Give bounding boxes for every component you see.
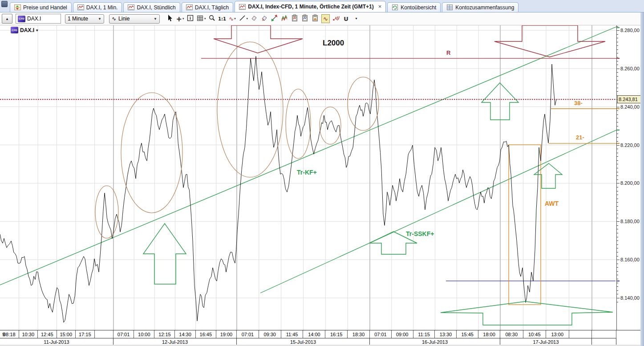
tab-dax-i-st-ndlich[interactable]: DAX.I, Stündlich	[123, 2, 180, 12]
data-box-tool[interactable]: i	[186, 14, 194, 23]
axis-tick	[617, 26, 618, 27]
time-label: 07:01	[370, 330, 392, 338]
svg-text:A: A	[262, 18, 264, 21]
account-icon	[392, 4, 398, 10]
tab-konto-bersicht[interactable]: Kontoübersicht	[387, 2, 441, 12]
time-label: 18:00	[478, 330, 500, 338]
annotation-label-trsskf[interactable]: Tr-SSKF+	[406, 230, 434, 237]
time-label: 15:00	[57, 330, 76, 338]
grid-settings-tool[interactable]: ▾	[196, 14, 206, 23]
axis-corner	[616, 330, 644, 346]
axis-tick	[617, 279, 618, 279]
axis-tick	[617, 260, 620, 260]
chevron-down-icon: ▼	[154, 17, 157, 21]
axis-price-label: 8.180,00	[620, 219, 640, 224]
eraser-tool[interactable]	[250, 14, 258, 23]
axis-tick	[617, 275, 618, 275]
axis-tick	[617, 145, 620, 146]
annotation-label-38[interactable]: 38-	[574, 100, 583, 106]
axis-tick	[617, 298, 620, 298]
axis-tick	[617, 248, 618, 248]
indicator-active-tool[interactable]: ∿	[321, 14, 330, 23]
cfd-badge-icon: CFD	[11, 27, 18, 33]
close-icon[interactable]: ×	[378, 4, 382, 9]
erase-all-tool[interactable]: A	[260, 14, 268, 23]
annotation-label-awt[interactable]: AWT	[545, 200, 559, 207]
pointer-tool-icon	[166, 14, 174, 23]
time-label: 19:00	[216, 330, 237, 338]
time-label: 10:30	[19, 330, 38, 338]
ellipse-highlight-2[interactable]	[121, 93, 182, 213]
axis-price-label: 8.200,00	[620, 180, 640, 186]
zoom-tool[interactable]	[208, 14, 216, 23]
period-select[interactable]: 1 Minute ▼	[65, 14, 104, 24]
current-price-badge: 8.243,81	[617, 95, 641, 103]
down-arrow-1[interactable]	[214, 25, 303, 53]
axis-tick	[617, 283, 618, 283]
crosshair-tool[interactable]: +▾	[176, 14, 184, 23]
price-axis[interactable]: 8.280,008.260,008.240,008.220,008.200,00…	[616, 25, 641, 330]
annotation-label-trkf[interactable]: Tr-KF+	[297, 169, 317, 176]
paste-image-tool[interactable]	[311, 14, 320, 23]
alert-tool[interactable]	[332, 14, 340, 23]
axis-tick	[617, 126, 618, 126]
window-edge	[640, 12, 644, 346]
scale-1-1-button[interactable]: 1:1	[218, 14, 227, 23]
scale-1-1-button-icon: 1:1	[218, 16, 226, 21]
tab-dax-i-t-glich[interactable]: DAX.I, Täglich	[182, 2, 233, 12]
axis-tick	[617, 69, 620, 69]
chart-legend-dropdown[interactable]: CFD DAX.I ▾	[11, 27, 38, 33]
line-draw-tool[interactable]: ▾	[239, 14, 248, 23]
magnet-tool[interactable]: U	[342, 14, 350, 23]
axis-tick	[617, 202, 618, 203]
instrument-input[interactable]: CFD DAX.I	[16, 14, 61, 24]
erase-all-tool-icon: A	[260, 14, 268, 23]
chart-icon	[128, 4, 134, 10]
time-label: 16:45	[196, 330, 216, 338]
annotation-label-r[interactable]: R	[446, 49, 451, 56]
axis-tick	[617, 42, 618, 42]
toolbar-overflow-button[interactable]: ▾	[352, 14, 360, 23]
tab-dax-i-1-min[interactable]: DAX.I, 1 Min.	[73, 2, 122, 12]
axis-tick	[617, 286, 618, 287]
ellipse-highlight-1[interactable]	[95, 186, 118, 238]
axis-price-label: 8.160,00	[620, 257, 640, 262]
indicator-active-tool-icon: ∿	[323, 16, 328, 22]
time-label: 12:15	[154, 330, 175, 338]
axis-tick	[617, 252, 618, 252]
pattern-tool[interactable]	[280, 14, 289, 23]
annotation-label-21[interactable]: 21-	[576, 134, 584, 141]
axis-level-marker	[617, 281, 620, 281]
tab-bar: Preise und HandelDAX.I, 1 Min.DAX.I, Stü…	[0, 0, 644, 12]
tab-kontozusammenfassung[interactable]: Kontozusammenfassung	[442, 2, 518, 12]
collapse-panel-button[interactable]: ▲	[2, 14, 12, 24]
trendline-tr-sskf[interactable]	[260, 130, 616, 293]
axis-tick	[617, 294, 618, 294]
ellipse-highlight-6[interactable]	[348, 77, 379, 130]
axis-level-marker	[617, 27, 620, 28]
axis-tick	[617, 290, 618, 291]
price-chart-canvas[interactable]: L2000RTr-KF+Tr-SSKF+AWT38-21-	[0, 25, 616, 330]
app-icon[interactable]	[1, 1, 8, 7]
grid-settings-tool-icon	[196, 14, 204, 23]
time-label: 11:45	[281, 330, 304, 338]
tab-preise-und-handel[interactable]: Preise und Handel	[10, 2, 72, 12]
axis-tick	[617, 214, 618, 214]
chevron-down-icon: ▾	[204, 17, 206, 20]
annotation-label-l2000[interactable]: L2000	[323, 39, 344, 47]
axis-tick	[617, 84, 618, 84]
paste-chart-tool[interactable]	[291, 14, 299, 23]
up-arrow-1[interactable]	[143, 224, 186, 284]
pattern-tool-icon	[281, 14, 288, 23]
chart-type-select[interactable]: ∿ Linie ▼	[109, 14, 160, 24]
scale-drag-tool[interactable]	[270, 14, 279, 23]
time-label	[95, 330, 114, 338]
trendline-tr-kf[interactable]	[0, 27, 616, 285]
tab-dax-i-index-cfd-1-minute-rtliche-zeit-gmt-1[interactable]: DAX.I, Index-CFD, 1 Minute, Örtliche Zei…	[235, 1, 386, 12]
indicator-tool[interactable]: ∿▾	[228, 14, 237, 23]
time-label: 14:30	[175, 330, 196, 338]
pointer-tool[interactable]	[166, 14, 174, 23]
paste-chart-2-tool[interactable]	[301, 14, 309, 23]
time-axis[interactable]: 908:1810:3012:4515:0017:1507:0110:0012:1…	[0, 330, 616, 346]
flat-up-arrow[interactable]	[441, 301, 613, 325]
